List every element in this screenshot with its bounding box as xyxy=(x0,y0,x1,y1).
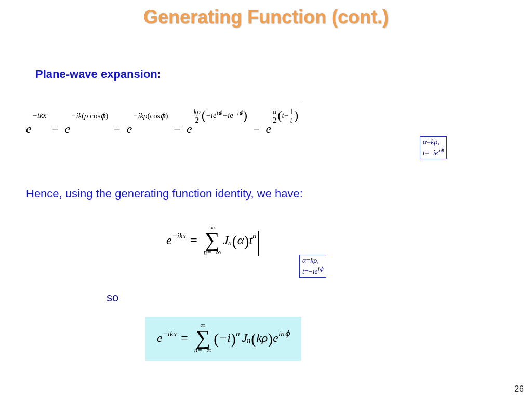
body-text: Hence, using the generating function ide… xyxy=(26,187,303,201)
sub-n: n xyxy=(247,337,250,345)
sub-n: n xyxy=(228,239,232,247)
equals: = xyxy=(111,109,123,135)
rparen: ) xyxy=(268,330,273,348)
lparen: ( xyxy=(251,330,256,348)
lparen: ( xyxy=(232,232,237,250)
pow-n: n xyxy=(236,329,240,338)
exp: −ik(ρ cosϕ) xyxy=(71,111,108,121)
rparen: ) xyxy=(244,232,249,250)
substitution-box-1: α=kρ, t=−ieiϕ xyxy=(420,136,447,159)
exp: −ikx xyxy=(163,329,177,338)
equals: = xyxy=(49,109,61,135)
equation-3-highlight: e−ikx = ∞ ∑ n=−∞ (−i)n Jn (kρ) einϕ xyxy=(145,317,301,361)
e-base: e xyxy=(273,331,278,345)
exp-inphi: inϕ xyxy=(278,329,290,338)
t-pow-n: n xyxy=(252,232,257,241)
exp: −ikx xyxy=(32,111,47,120)
exp: −ikx xyxy=(172,232,187,241)
J: J xyxy=(240,331,248,345)
page-number: 26 xyxy=(514,384,524,394)
k-rho: kρ xyxy=(256,331,268,345)
e-base: e xyxy=(26,109,32,135)
equals: = xyxy=(177,331,192,345)
e-base: e xyxy=(166,233,172,247)
rparen: ) xyxy=(231,330,236,348)
subheading: Plane-wave expansion: xyxy=(35,68,161,81)
exp: −ikρ(cosϕ) xyxy=(132,111,168,121)
t: t xyxy=(249,233,252,247)
substitution-box-2: α=kρ, t=−ieiϕ xyxy=(299,255,326,278)
eval-bar-icon xyxy=(258,231,259,256)
eval-bar-icon xyxy=(303,103,303,150)
so-text: so xyxy=(107,291,118,304)
equation-1: e−ikx = e −ik(ρ cosϕ) = e −ikρ(cosϕ) = e… xyxy=(26,99,303,145)
e-base: e xyxy=(127,109,132,135)
equals: = xyxy=(186,233,202,247)
equation-2: e−ikx = ∞ ∑ n=−∞ Jn (α) tn xyxy=(166,223,259,257)
slide-title: Generating Function (cont.) xyxy=(0,0,532,28)
alpha: α xyxy=(237,233,244,247)
exp: kρ2(−ieiϕ−ie−iϕ) xyxy=(193,107,247,124)
minus-i: −i xyxy=(219,331,231,345)
equals: = xyxy=(250,109,262,135)
equation-3: e−ikx = ∞ ∑ n=−∞ (−i)n Jn (kρ) einϕ xyxy=(157,321,290,354)
e-base: e xyxy=(65,109,71,135)
e-base: e xyxy=(157,331,163,345)
exp: α2(t−1t) xyxy=(272,107,298,124)
e-base: e xyxy=(265,109,271,135)
equals: = xyxy=(170,109,183,135)
e-base: e xyxy=(187,109,192,135)
sum-icon: ∞ ∑ n=−∞ xyxy=(204,223,221,257)
sum-icon: ∞ ∑ n=−∞ xyxy=(194,321,211,354)
lparen: ( xyxy=(214,330,219,348)
